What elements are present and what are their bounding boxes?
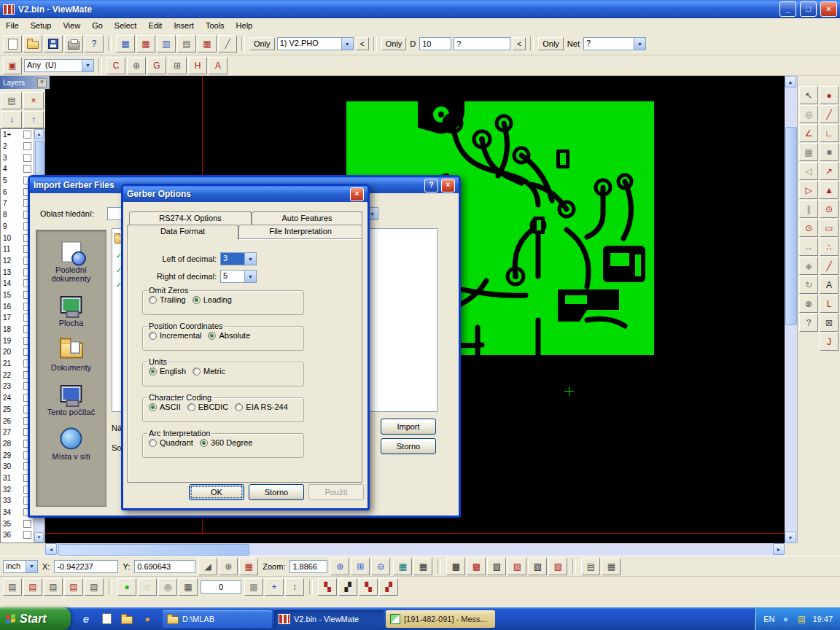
pad-pattern-2-icon[interactable]: ▩ — [467, 558, 486, 575]
internet-explorer-icon[interactable]: e — [77, 610, 96, 628]
grid-snap-icon[interactable]: ⊞ — [168, 57, 187, 74]
mail-export-icon[interactable]: ⊠ — [820, 314, 839, 332]
hook-tool-icon[interactable]: J — [820, 332, 839, 351]
highlight-dcode-icon[interactable]: H — [188, 57, 207, 74]
radio-leading[interactable]: Leading — [192, 295, 232, 304]
crosshair-icon[interactable]: ⊕ — [127, 57, 146, 74]
menu-go[interactable]: Go — [86, 18, 109, 33]
tab-rs274x-options[interactable]: RS274-X Options — [129, 211, 252, 225]
help-pointer-icon[interactable]: ? — [85, 35, 104, 52]
scrollbar-thumb[interactable] — [58, 544, 249, 556]
only-dcode-toggle[interactable]: Only — [381, 37, 407, 50]
label-tool-icon[interactable]: L — [820, 295, 839, 313]
layer-row-36[interactable]: 36 — [1, 529, 34, 541]
chevron-down-icon[interactable]: ▼ — [634, 38, 645, 50]
pad-select-icon[interactable]: ▣ — [3, 57, 22, 74]
layer-color-swatch[interactable] — [23, 165, 31, 173]
layer-color-swatch[interactable] — [23, 131, 31, 139]
dcode-table-icon[interactable]: ▦ — [136, 35, 155, 52]
place-tento-po-ta[interactable]: Tento počítač — [38, 383, 105, 416]
dcode-slash-icon[interactable]: ╱ — [820, 257, 839, 275]
layer-row-2[interactable]: 2 — [1, 141, 34, 152]
radio-360-degree[interactable]: 360 Degree — [200, 438, 253, 447]
dot-grid-icon[interactable]: ▩ — [244, 578, 263, 596]
radio-metric[interactable]: Metric — [192, 367, 225, 376]
close-button[interactable]: × — [441, 179, 455, 192]
diamond-aperture-icon[interactable]: ◈ — [799, 257, 818, 275]
place-posledn-dokumenty[interactable]: Poslední dokumenty — [38, 241, 105, 283]
rotate-icon[interactable]: ▷ — [799, 181, 818, 199]
pad-pattern-1-icon[interactable]: ▩ — [446, 558, 465, 575]
right-of-decimal-select[interactable]: 5 ▼ — [220, 270, 257, 283]
goto-dcode-icon[interactable]: G — [147, 57, 166, 74]
layer-row-3[interactable]: 3 — [1, 152, 34, 163]
chevron-down-icon[interactable]: ▼ — [244, 253, 256, 265]
zoom-select-icon[interactable]: ◎ — [799, 105, 818, 123]
place-m-sta-v-s-ti[interactable]: Místa v síti — [38, 427, 105, 461]
draw-angle-icon[interactable]: ∠ — [799, 124, 818, 142]
zoom-in-icon[interactable]: ⊕ — [330, 558, 349, 575]
multiply-icon[interactable]: ⊗ — [799, 295, 818, 313]
film-stack-1-icon[interactable]: ▤ — [3, 578, 22, 596]
help-button[interactable]: ? — [424, 179, 438, 192]
tab-data-format[interactable]: Data Format — [127, 225, 238, 240]
only-layer-toggle[interactable]: Only — [249, 37, 275, 50]
lasso-icon[interactable]: ◌ — [138, 578, 157, 596]
fill-pattern-2-icon[interactable]: ▞ — [338, 578, 357, 596]
snap-anchor-icon[interactable]: + — [265, 578, 284, 596]
dcode-triangle-icon[interactable]: ▲ — [820, 181, 839, 199]
radio-ascii[interactable]: ASCII — [149, 402, 181, 411]
fill-pattern-1-icon[interactable]: ▚ — [318, 578, 337, 596]
close-icon[interactable]: × — [37, 78, 47, 88]
select-grid-icon[interactable]: ▦ — [602, 558, 621, 575]
filled-rect-icon[interactable]: ▦ — [799, 143, 818, 161]
place-dokumenty[interactable]: Dokumenty — [38, 338, 105, 372]
radio-icon[interactable] — [149, 296, 157, 304]
dcode-square-icon[interactable]: ■ — [820, 143, 839, 161]
radio-icon[interactable] — [187, 403, 195, 411]
menu-file[interactable]: File — [0, 18, 25, 33]
layer-color-swatch[interactable] — [23, 154, 31, 162]
edit-grid-icon[interactable]: ▤ — [581, 558, 600, 575]
left-of-decimal-select[interactable]: 3 ▼ — [220, 252, 257, 265]
rotate-ccw-icon[interactable]: ↻ — [799, 276, 818, 294]
menu-insert[interactable]: Insert — [168, 18, 200, 33]
film-stack-3-icon[interactable]: ▤ — [44, 578, 63, 596]
pad-pattern-6-icon[interactable]: ▧ — [548, 558, 567, 575]
measure-slash-icon[interactable]: ╱ — [218, 35, 237, 52]
dcode-line-icon[interactable]: ╱ — [820, 105, 839, 123]
radio-quadrant[interactable]: Quadrant — [149, 438, 193, 447]
grid-icon[interactable]: ▦ — [179, 578, 198, 596]
tab-auto-features[interactable]: Auto Features — [252, 211, 362, 225]
radio-ebcdic[interactable]: EBCDIC — [187, 402, 229, 411]
taskbar-task-d-mlab[interactable]: D:\MLAB — [163, 610, 272, 628]
query-tool-icon[interactable]: ? — [799, 314, 818, 332]
move-layer-up-icon[interactable]: ↑ — [23, 111, 44, 128]
layer-combo[interactable]: 1) V2.PHO ▼ — [277, 37, 354, 50]
radio-icon[interactable] — [192, 368, 201, 376]
radio-trailing[interactable]: Trailing — [149, 295, 186, 304]
dcode-grid-icon[interactable]: ▦ — [393, 558, 412, 575]
ok-button[interactable]: OK — [189, 484, 244, 500]
open-file-icon[interactable] — [23, 35, 42, 52]
layer-color-swatch[interactable] — [23, 531, 31, 539]
capture-circle-icon[interactable]: ◎ — [158, 578, 177, 596]
grid-toggle-icon[interactable]: ▦ — [239, 558, 258, 575]
menu-view[interactable]: View — [57, 18, 86, 33]
scroll-left-icon[interactable]: ◄ — [45, 543, 57, 555]
zoom-value-field[interactable]: 1.8866 — [289, 560, 327, 573]
pan-vertical-icon[interactable]: ↕ — [285, 578, 304, 596]
layer-delete-icon[interactable]: × — [23, 92, 44, 109]
cancel-button[interactable]: Storno — [249, 484, 304, 500]
radio-icon[interactable] — [208, 332, 216, 340]
fill-pattern-4-icon[interactable]: ▞ — [379, 578, 398, 596]
dialog-title-bar[interactable]: Gerber Options × — [123, 186, 368, 202]
keyboard-layout-icon[interactable]: ▤ — [794, 610, 809, 628]
layers-panel-header[interactable]: Layers × — [0, 76, 50, 89]
radio-icon[interactable] — [200, 439, 208, 447]
radio-icon[interactable] — [192, 296, 201, 304]
dcode-target-icon[interactable]: ⊙ — [820, 200, 839, 218]
scrollbar-thumb[interactable] — [35, 141, 44, 180]
only-net-toggle[interactable]: Only — [538, 37, 564, 50]
radio-english[interactable]: English — [149, 367, 186, 376]
